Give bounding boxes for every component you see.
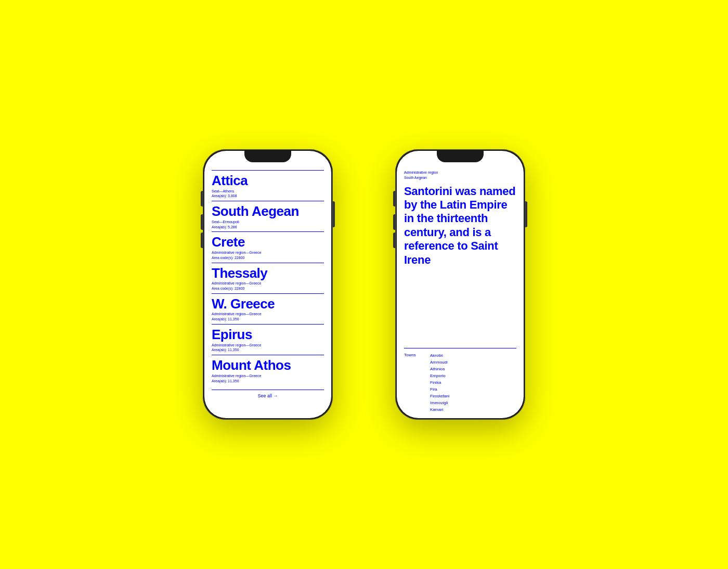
towns-section: Towns AkrotiriAmmoudiAthiniosEmporioFini… bbox=[404, 348, 516, 413]
region-name: Thessaly bbox=[212, 266, 324, 281]
region-name: Attica bbox=[212, 173, 324, 188]
left-phone: Attica Seat—AthensArea(ab): 3,808 South … bbox=[203, 149, 333, 420]
notch-right bbox=[437, 151, 484, 162]
region-name: South Aegean bbox=[212, 204, 324, 219]
list-item[interactable]: Thessaly Administrative region—GreeceAre… bbox=[212, 263, 324, 293]
town-item: Ammoudi bbox=[430, 359, 449, 366]
detail-screen: Administrative region South Aegean Santo… bbox=[404, 170, 516, 413]
town-item: Imerovigli bbox=[430, 400, 449, 406]
town-item: Akrotiri bbox=[430, 353, 449, 359]
list-item[interactable]: Mount Athos Administrative region—Greece… bbox=[212, 355, 324, 385]
phone-screen-right: Administrative region South Aegean Santo… bbox=[397, 151, 524, 418]
town-item: Finika bbox=[430, 380, 449, 386]
screen-content-left: Attica Seat—AthensArea(ab): 3,808 South … bbox=[204, 164, 331, 418]
town-item: Emporio bbox=[430, 373, 449, 379]
description-text: Santorini was named by the Latin Empire … bbox=[404, 185, 516, 348]
list-item[interactable]: W. Greece Administrative region—GreeceAr… bbox=[212, 293, 324, 324]
phone-shell-right: Administrative region South Aegean Santo… bbox=[395, 149, 525, 420]
region-meta: Seat—AthensArea(ab): 3,808 bbox=[212, 189, 324, 199]
region-name: Crete bbox=[212, 235, 324, 250]
notch-left bbox=[244, 151, 291, 162]
region-meta: Administrative region—GreeceArea(ab): 11… bbox=[212, 373, 324, 384]
region-list: Attica Seat—AthensArea(ab): 3,808 South … bbox=[212, 170, 324, 385]
region-meta: Administrative region—GreeceArea(ab): 11… bbox=[212, 343, 324, 353]
region-meta: Seat—ErmoupoliArea(ab): 5,286 bbox=[212, 219, 324, 230]
see-all-link[interactable]: See all → bbox=[212, 390, 324, 398]
list-item[interactable]: South Aegean Seat—ErmoupoliArea(ab): 5,2… bbox=[212, 201, 324, 231]
admin-region-block: Administrative region South Aegean bbox=[404, 170, 516, 180]
list-item[interactable]: Crete Administrative region—GreeceArea c… bbox=[212, 231, 324, 262]
region-name: Epirus bbox=[212, 327, 324, 342]
region-meta: Administrative region—GreeceArea code(s)… bbox=[212, 250, 324, 261]
town-item: Fira bbox=[430, 386, 449, 393]
town-item: Athinios bbox=[430, 366, 449, 372]
list-item[interactable]: Attica Seat—AthensArea(ab): 3,808 bbox=[212, 170, 324, 201]
region-name: W. Greece bbox=[212, 296, 324, 312]
region-meta: Administrative region—GreeceArea code(s)… bbox=[212, 281, 324, 291]
right-phone: Administrative region South Aegean Santo… bbox=[395, 149, 525, 420]
admin-region-value: South Aegean bbox=[404, 175, 516, 180]
phone-screen-left: Attica Seat—AthensArea(ab): 3,808 South … bbox=[204, 151, 331, 418]
town-item: Firostefani bbox=[430, 393, 449, 399]
admin-region-label: Administrative region bbox=[404, 170, 516, 175]
town-item: Kamari bbox=[430, 407, 449, 413]
screen-content-right: Administrative region South Aegean Santo… bbox=[397, 164, 524, 418]
region-meta: Administrative region—GreeceArea(ab): 11… bbox=[212, 312, 324, 322]
towns-list: AkrotiriAmmoudiAthiniosEmporioFinikaFira… bbox=[430, 353, 449, 413]
list-item[interactable]: Epirus Administrative region—GreeceArea(… bbox=[212, 324, 324, 355]
towns-label: Towns bbox=[404, 353, 425, 413]
phone-shell-left: Attica Seat—AthensArea(ab): 3,808 South … bbox=[203, 149, 333, 420]
region-name: Mount Athos bbox=[212, 358, 324, 373]
